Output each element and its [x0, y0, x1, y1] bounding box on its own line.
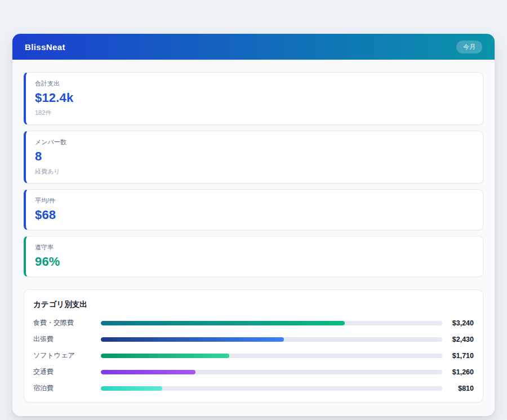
category-bar-fill	[101, 337, 284, 342]
category-amount: $810	[442, 385, 474, 392]
stat-label: 合計支出	[35, 79, 474, 88]
app-header: BlissNeat 今月	[12, 34, 495, 60]
stat-card-member-count: メンバー数 8 経費あり	[24, 131, 483, 184]
category-bar-track	[101, 337, 442, 342]
stat-caption: 182件	[35, 109, 474, 117]
category-row: ソフトウェア $1,710	[33, 351, 474, 360]
category-label: 宿泊費	[33, 383, 101, 393]
category-bar-track	[101, 321, 442, 325]
dashboard-card: BlissNeat 今月 合計支出 $12.4k 182件 メンバー数 8 経費…	[12, 34, 495, 416]
category-breakdown-card: カテゴリ別支出 食費・交際費 $3,240 出張費 $2,430 ソフトウェア …	[24, 289, 483, 403]
category-row: 交通費 $1,260	[33, 367, 474, 377]
category-label: 食費・交際費	[33, 318, 101, 328]
stat-value: 8	[35, 149, 474, 164]
stat-label: 平均/件	[35, 196, 474, 205]
category-bar-fill	[101, 321, 345, 325]
stat-label: メンバー数	[35, 138, 474, 146]
category-bar-track	[101, 370, 442, 374]
stat-value: 96%	[35, 254, 474, 269]
category-label: ソフトウェア	[33, 351, 101, 360]
period-badge[interactable]: 今月	[456, 41, 482, 53]
category-bar-track	[101, 386, 442, 391]
category-amount: $1,710	[442, 352, 474, 360]
stat-value: $12.4k	[35, 91, 474, 105]
stat-card-compliance-rate: 遵守率 96%	[24, 236, 483, 277]
category-bar-track	[101, 354, 442, 358]
category-label: 交通費	[33, 367, 101, 377]
app-title: BlissNeat	[25, 42, 65, 52]
page-background: BlissNeat 今月 合計支出 $12.4k 182件 メンバー数 8 経費…	[0, 0, 507, 416]
dashboard-content: 合計支出 $12.4k 182件 メンバー数 8 経費あり 平均/件 $68 遵…	[12, 60, 495, 416]
category-bar-fill	[101, 354, 229, 358]
category-breakdown-title: カテゴリ別支出	[33, 300, 474, 310]
stat-label: 遵守率	[35, 243, 474, 252]
category-amount: $3,240	[442, 319, 474, 327]
category-label: 出張費	[33, 334, 101, 344]
category-row: 出張費 $2,430	[33, 334, 474, 344]
stat-value: $68	[35, 208, 474, 222]
stat-card-total-spend: 合計支出 $12.4k 182件	[24, 72, 483, 125]
category-bar-fill	[101, 370, 195, 374]
stat-caption: 経費あり	[35, 167, 474, 176]
category-row: 食費・交際費 $3,240	[33, 318, 474, 328]
category-row: 宿泊費 $810	[33, 383, 474, 393]
stat-card-average-per-item: 平均/件 $68	[24, 189, 483, 230]
category-amount: $1,260	[442, 368, 474, 376]
category-bar-fill	[101, 386, 162, 391]
category-amount: $2,430	[442, 336, 474, 343]
